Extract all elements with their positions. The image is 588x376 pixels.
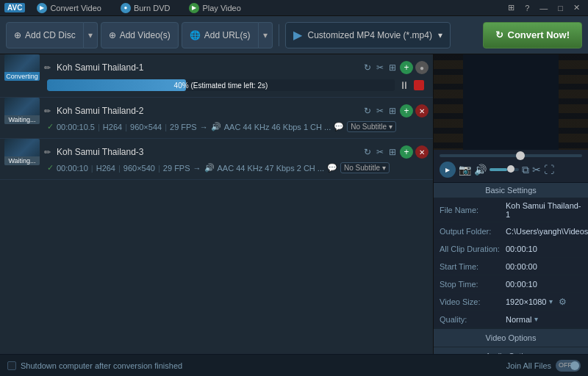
setting-output: Output Folder: C:\Users\yangh\Videos\... [434,223,588,240]
preview-area [434,54,588,150]
sep-3b: | [118,164,121,173]
nav-play-video[interactable]: ▶ Play Video [182,1,248,15]
refresh-icon-1[interactable]: ↻ [362,61,373,74]
file-status-1: Converting [4,72,40,81]
join-files-toggle[interactable]: OFF [556,360,581,372]
shutdown-checkbox[interactable] [7,361,16,370]
setting-size-select[interactable]: 1920×1080 ▾ ⚙ [506,297,567,307]
fullscreen-icon[interactable]: ⛶ [544,164,554,176]
add-video-label: Add Video(s) [120,30,171,40]
format-selector[interactable]: ▶ Customized MP4 Movie (*.mp4) ▾ [285,22,451,48]
convert-now-label: Convert Now! [508,29,570,40]
film-strip-right [559,54,588,150]
file-controls-1: ↻ ✂ ⊞ + ● [362,61,429,74]
pause-btn-1[interactable]: ⏸ [399,79,409,91]
add-cd-arrow[interactable]: ▾ [84,22,98,48]
minimize-btn[interactable]: — [536,3,551,13]
nav-burn-dvd-label: Burn DVD [134,4,171,12]
play-button[interactable]: ▶ [440,162,456,178]
title-bar-left: AVC ▶ Convert Video ● Burn DVD ▶ Play Vi… [4,1,504,15]
remove-file-btn-2[interactable]: ✕ [415,104,429,118]
maximize-btn[interactable]: □ [554,3,567,13]
setting-filename-value: Koh Samui Thailand-1 [506,201,582,219]
setting-duration-label: All Clip Duration: [440,245,506,253]
remove-file-btn-3[interactable]: ✕ [415,145,429,159]
subtitle-select-3[interactable]: No Subtitle ▾ [340,162,390,173]
sep-2b: | [125,123,127,131]
audio-2: AAC 44 KHz 46 Kbps 1 CH ... [224,123,331,131]
toggle-knob [570,361,579,370]
main-area: Converting ✏ Koh Samui Thailand-1 ↻ ✂ ⊞ … [0,54,588,354]
file-more-btn-1[interactable]: ● [415,61,429,74]
shutdown-checkbox-area: Shutdown computer after conversion finis… [0,361,499,370]
file-thumb-2: Waiting... [4,98,40,124]
video-options-button[interactable]: Video Options [434,328,588,347]
scissors-icon-3[interactable]: ✂ [375,145,385,159]
setting-size-value: 1920×1080 [506,297,546,306]
file-details-3: ✓ 00:00:10 | H264 | 960×540 | 29 FPS → 🔊… [4,162,429,176]
settings-icon-2[interactable]: ⊞ [387,104,398,118]
nav-convert-video[interactable]: ▶ Convert Video [29,1,109,15]
trim-icon[interactable]: ✂ [532,164,541,176]
file-details-2: ✓ 00:00:10.5 | H264 | 960×544 | 29 FPS →… [4,121,429,135]
add-file-btn-2[interactable]: + [400,104,413,118]
bottom-bar: Shutdown computer after conversion finis… [0,354,588,376]
seek-handle[interactable] [516,151,525,160]
setting-duration: All Clip Duration: 00:00:10 [434,240,588,258]
setting-quality-value: Normal [506,315,531,324]
file-name-1: Koh Samui Thailand-1 [54,62,359,73]
copy-icon[interactable]: ⧉ [522,164,529,176]
settings-icon-1[interactable]: ⊞ [387,61,398,74]
scissors-icon-1[interactable]: ✂ [375,61,385,74]
nav-burn-dvd[interactable]: ● Burn DVD [113,1,178,15]
add-url-arrow[interactable]: ▾ [259,22,273,48]
arrow-2: → [200,123,208,131]
grid-icon[interactable]: ⊞ [504,2,518,13]
add-video-button[interactable]: ⊕ Add Video(s) [101,22,179,48]
arrow-3: → [193,164,201,173]
file-name-3: Koh Samui Thailand-3 [54,147,359,157]
stop-btn-1[interactable] [414,80,424,90]
convert-icon: ↻ [495,29,503,40]
join-files-area: Join All Files OFF [499,360,588,372]
sep-3a: | [91,164,93,173]
settings-title: Basic Settings [434,183,588,198]
volume-bar[interactable] [490,168,519,171]
check-icon-3: ✓ [47,163,54,173]
setting-start-value: 00:00:00 [506,262,582,271]
refresh-icon-3[interactable]: ↻ [362,145,373,159]
add-url-button[interactable]: 🌐 Add URL(s) [182,22,259,48]
convert-now-button[interactable]: ↻ Convert Now! [483,22,583,48]
file-item-3: Waiting... ✏ Koh Samui Thailand-3 ↻ ✂ ⊞ … [0,139,433,180]
help-icon[interactable]: ? [521,3,533,13]
volume-icon[interactable]: 🔊 [474,164,487,176]
fps-3: 29 FPS [163,164,190,173]
add-file-btn-1[interactable]: + [400,61,413,74]
setting-stop-value: 00:00:10 [506,280,582,289]
add-file-btn-3[interactable]: + [400,145,413,159]
progress-row-1: 40% (Estimated time left: 2s) ⏸ [4,78,429,94]
subtitle-value-2: No Subtitle [351,123,387,131]
close-btn[interactable]: ✕ [570,2,584,13]
snapshot-icon[interactable]: 📷 [459,164,471,176]
fps-2: 29 FPS [170,123,197,131]
setting-quality-arrow: ▾ [534,315,538,323]
settings-icon-3[interactable]: ⊞ [387,145,398,159]
res-2: 960×544 [130,123,162,131]
file-status-3: Waiting... [4,156,40,165]
file-item-2-header: Waiting... ✏ Koh Samui Thailand-2 ↻ ✂ ⊞ … [4,101,429,121]
subtitle-select-2[interactable]: No Subtitle ▾ [347,121,396,132]
audio-options-button[interactable]: Audio Options [434,347,588,354]
refresh-icon-2[interactable]: ↻ [362,104,373,118]
setting-size-gear[interactable]: ⚙ [559,297,567,307]
window-controls: ⊞ ? — □ ✕ [504,2,584,13]
codec-3: H264 [96,164,115,173]
seek-bar[interactable] [440,154,582,157]
add-cd-button[interactable]: ⊕ Add CD Disc [6,22,84,48]
subtitle-arrow-2: ▾ [389,123,392,131]
title-bar: AVC ▶ Convert Video ● Burn DVD ▶ Play Vi… [0,0,588,16]
scissors-icon-2[interactable]: ✂ [375,104,385,118]
nav-play-video-label: Play Video [202,4,240,12]
setting-quality-select[interactable]: Normal ▾ [506,315,538,324]
volume-handle[interactable] [507,165,514,173]
